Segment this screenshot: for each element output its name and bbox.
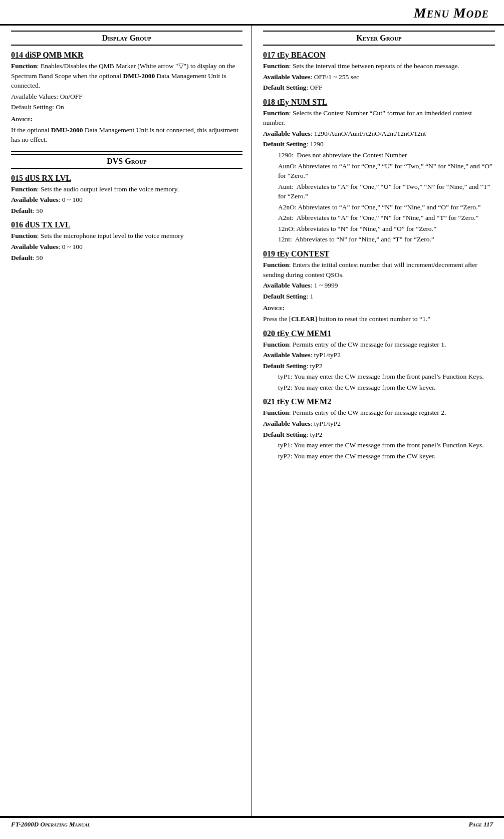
item-021-sub-typ2: tyP2: You may enter the CW message from … — [278, 451, 495, 461]
item-018-default: Default Setting: 1290 — [263, 139, 495, 149]
item-015: 015 dUS RX LVL Function: Sets the audio … — [11, 174, 242, 216]
item-014-available: Available Values: On/OFF — [11, 92, 242, 102]
item-019-advice-label: Advice: — [263, 303, 495, 313]
main-content: Display Group 014 diSP QMB MKR Function:… — [0, 26, 504, 817]
item-016-function: Function: Sets the microphone input leve… — [11, 231, 242, 241]
item-015-available: Available Values: 0 ~ 100 — [11, 195, 242, 205]
item-016-default: Default: 50 — [11, 253, 242, 263]
item-021-available: Available Values: tyP1/tyP2 — [263, 419, 495, 429]
footer-left: FT-2000D Operating Manual — [11, 820, 90, 828]
display-group-header: Display Group — [11, 31, 242, 46]
item-016-title: 016 dUS TX LVL — [11, 220, 242, 229]
item-017: 017 tEy BEACON Function: Sets the interv… — [263, 51, 495, 93]
item-015-function: Function: Sets the audio output level fr… — [11, 184, 242, 194]
item-018-sub-12nt: 12nt: Abbreviates to “N” for “Nine,” and… — [278, 234, 495, 244]
item-018-sub-aunt: Aunt: Abbreviates to “A” for “One,” “U” … — [278, 182, 495, 201]
item-020-available: Available Values: tyP1/tyP2 — [263, 350, 495, 360]
item-018-sub-a2nt: A2nt: Abbreviates to “A” for “One,” “N” … — [278, 213, 495, 223]
page-title: Menu Mode — [0, 0, 504, 26]
item-018-available: Available Values: 1290/AunO/Aunt/A2nO/A2… — [263, 129, 495, 139]
item-021-default: Default Setting: tyP2 — [263, 430, 495, 440]
item-015-default: Default: 50 — [11, 206, 242, 216]
footer-right: Page 117 — [469, 820, 493, 828]
item-018-title: 018 tEy NUM STL — [263, 98, 495, 107]
right-column: Keyer Group 017 tEy BEACON Function: Set… — [252, 26, 504, 816]
item-014-advice-label: Advice: — [11, 114, 242, 124]
item-016: 016 dUS TX LVL Function: Sets the microp… — [11, 220, 242, 262]
item-017-function: Function: Sets the interval time between… — [263, 61, 495, 71]
item-020-default: Default Setting: tyP2 — [263, 361, 495, 371]
item-021-title: 021 tEy CW MEM2 — [263, 397, 495, 406]
item-014-advice-text: If the optional DMU-2000 Data Management… — [11, 125, 242, 145]
item-016-available: Available Values: 0 ~ 100 — [11, 242, 242, 252]
item-018-sub-12no: 12nO: Abbreviates to “N” for “Nine,” and… — [278, 224, 495, 234]
keyer-group-header: Keyer Group — [263, 31, 495, 46]
item-018: 018 tEy NUM STL Function: Selects the Co… — [263, 98, 495, 244]
item-019-advice-text: Press the [CLEAR] button to reset the co… — [263, 314, 495, 324]
left-column: Display Group 014 diSP QMB MKR Function:… — [0, 26, 252, 816]
item-021-function: Function: Permits entry of the CW messag… — [263, 408, 495, 418]
item-014-title: 014 diSP QMB MKR — [11, 51, 242, 60]
item-020: 020 tEy CW MEM1 Function: Permits entry … — [263, 329, 495, 393]
item-019-default: Default Setting: 1 — [263, 292, 495, 302]
item-019-function: Function: Enters the initial contest num… — [263, 260, 495, 279]
item-020-function: Function: Permits entry of the CW messag… — [263, 340, 495, 350]
item-018-sub-auno: AunO: Abbreviates to “A” for “One,” “U” … — [278, 161, 495, 181]
dvs-group-header: DVS Group — [11, 154, 242, 169]
item-021: 021 tEy CW MEM2 Function: Permits entry … — [263, 397, 495, 461]
dvs-group-rule — [11, 151, 242, 152]
item-021-sub-typ1: tyP1: You may enter the CW message from … — [278, 440, 495, 450]
item-018-function: Function: Selects the Contest Number “Cu… — [263, 108, 495, 128]
item-020-sub-typ2: tyP2: You may enter the CW message from … — [278, 383, 495, 393]
item-019-available: Available Values: 1 ~ 9999 — [263, 281, 495, 291]
item-020-title: 020 tEy CW MEM1 — [263, 329, 495, 338]
item-017-available: Available Values: OFF/1 ~ 255 sec — [263, 72, 495, 82]
item-018-sub-a2no: A2nO: Abbreviates to “A” for “One,” “N” … — [278, 202, 495, 212]
footer: FT-2000D Operating Manual Page 117 — [0, 817, 504, 831]
item-014-default: Default Setting: On — [11, 102, 242, 112]
item-017-default: Default Setting: OFF — [263, 83, 495, 93]
item-015-title: 015 dUS RX LVL — [11, 174, 242, 183]
item-020-sub-typ1: tyP1: You may enter the CW message from … — [278, 372, 495, 382]
item-014: 014 diSP QMB MKR Function: Enables/Disab… — [11, 51, 242, 145]
item-018-sub-1290: 1290: Does not abbreviate the Contest Nu… — [278, 150, 495, 160]
item-017-title: 017 tEy BEACON — [263, 51, 495, 60]
item-014-function: Function: Enables/Disables the QMB Marke… — [11, 61, 242, 91]
item-019: 019 tEy CONTEST Function: Enters the ini… — [263, 249, 495, 324]
item-019-title: 019 tEy CONTEST — [263, 249, 495, 258]
